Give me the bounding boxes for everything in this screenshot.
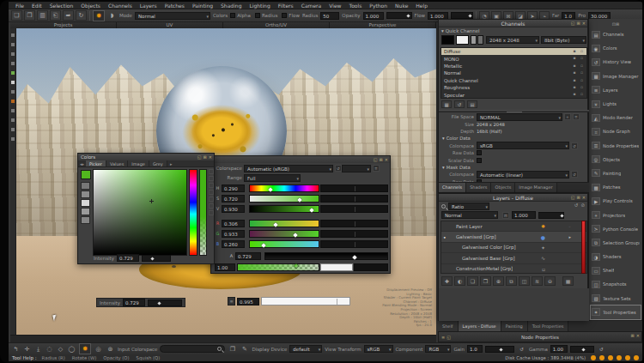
h-slider[interactable] (249, 185, 319, 192)
secondary-color-swatch[interactable] (456, 35, 469, 45)
mask-colorspace-dropdown[interactable]: Automatic (linear) (477, 171, 569, 178)
node-properties-bar[interactable]: ≡◱ Node Properties ⊞✕ (438, 331, 642, 342)
file-tool-icon[interactable]: ⎗ (50, 10, 61, 21)
menu-item[interactable]: Edit (28, 2, 46, 9)
layer-row[interactable]: Galvanised Color [Grp] ✦ (441, 243, 586, 253)
r-slider[interactable] (249, 220, 319, 227)
sync-channel-button[interactable]: ↺ (454, 100, 465, 108)
mask-layer-icon[interactable]: ◫ (519, 276, 530, 286)
blend-mode-dropdown[interactable]: Normal (441, 211, 498, 219)
panel-detach-icon[interactable]: ◱ (374, 157, 378, 162)
gamma-slider[interactable] (570, 346, 594, 353)
palette-sidebar-item[interactable]: ⌖ Projectors (591, 208, 641, 221)
palette-sidebar-item[interactable]: ≡ Layers (591, 83, 641, 97)
blend-amount-field[interactable]: 1.000 (512, 211, 536, 219)
channel-row[interactable]: Diffuse (441, 48, 586, 55)
channel-row[interactable]: Specular (441, 91, 586, 98)
paint-brush-button[interactable]: ✹ (93, 10, 105, 21)
towel-tool-icon[interactable]: ⊛ (106, 344, 115, 354)
viewport-tab[interactable]: Projects (10, 22, 117, 28)
tool-icon[interactable]: ↰ (11, 344, 21, 354)
palette-sidebar-item[interactable]: ☰ Node Properties (591, 139, 641, 153)
hue-strip[interactable] (189, 169, 197, 256)
ramp-white-segment[interactable] (320, 263, 353, 271)
viewport-tab[interactable]: UV (117, 22, 223, 28)
gamma-field[interactable]: 1.00 (550, 345, 568, 353)
colorspace-reset-icon[interactable]: ↺ (571, 142, 578, 149)
menu-item[interactable]: File (12, 2, 27, 9)
file-tool-icon[interactable]: ▥ (37, 10, 48, 21)
file-space-menu-icon[interactable]: ≡ (573, 113, 580, 120)
palette-sidebar-item[interactable]: ▶ Play Controls (591, 194, 641, 208)
channel-row[interactable]: MONO (441, 55, 586, 62)
mini-swatch[interactable] (471, 35, 477, 45)
menu-item[interactable]: View (325, 2, 344, 9)
file-tool-icon[interactable]: ↻ (76, 10, 87, 21)
paint-checkbox[interactable] (282, 13, 287, 18)
palette-sidebar-item[interactable]: ⌗ Node Graph (591, 124, 641, 138)
paint-checkbox[interactable] (255, 13, 260, 18)
layer-filter-dropdown[interactable]: Ratio (448, 203, 489, 210)
blend-amount-slider[interactable] (538, 212, 564, 219)
panel-close-icon[interactable]: ✕ (209, 154, 212, 160)
panel-detach-icon[interactable]: ◱ (571, 21, 575, 26)
lock-icon[interactable]: ⊡ (502, 212, 509, 219)
collapse-triangle-icon[interactable]: ▾ (441, 28, 444, 33)
annotate-icon[interactable]: ✎ (240, 344, 249, 354)
palette-sidebar-item[interactable]: ◎ Objects (591, 153, 641, 166)
a-value[interactable]: 0.729 (235, 252, 261, 260)
colorspace-option-icon[interactable]: ≡ (373, 165, 380, 172)
colors-tab[interactable]: Grey (149, 160, 167, 166)
palette-sidebar-item[interactable]: ▦ Image Manager (591, 70, 641, 83)
palette-sidebar-item[interactable]: ▤ Channels (591, 27, 641, 41)
s-slider-extension[interactable] (320, 195, 388, 203)
channel-row[interactable]: Quick Channel (441, 77, 586, 84)
intensity-value[interactable]: 0.729 (123, 299, 145, 306)
ramp-value[interactable]: 1.00 (215, 263, 235, 271)
panel-menu-icon[interactable]: ≡ (441, 335, 445, 340)
palette-sidebar-item[interactable]: ▭ Shelf (591, 263, 641, 277)
active-paint-tool-button[interactable]: ✹ (79, 343, 91, 354)
menu-item[interactable]: Nuke (392, 2, 411, 9)
channel-row[interactable]: Roughness (441, 84, 586, 91)
white-slider-bar[interactable] (261, 297, 350, 306)
add-group-icon[interactable]: ❐ (480, 276, 491, 286)
palette-sidebar-item[interactable]: ◉ Colors (591, 41, 641, 55)
layer-grid-icon[interactable]: ▦ (562, 276, 574, 286)
v-slider-extension[interactable] (320, 205, 388, 213)
mini-swatch[interactable] (477, 35, 483, 45)
panel-detach-icon[interactable]: ◱ (571, 195, 575, 200)
channel-row-icons[interactable] (573, 92, 585, 96)
tool-icon[interactable]: ✛ (22, 344, 32, 354)
v-slider[interactable] (249, 205, 319, 213)
menu-item[interactable]: Objects (77, 2, 104, 9)
panel-expand-icon[interactable]: ⊞ (204, 154, 207, 160)
dock-tab[interactable]: Painting (501, 321, 528, 331)
file-tool-icon[interactable]: ➦ (63, 10, 74, 21)
dock-tab[interactable]: Layers - Diffuse (459, 321, 501, 331)
dock-tab[interactable]: Channels (439, 183, 466, 192)
tabs-overflow-icon[interactable]: ▸ (167, 160, 175, 166)
palette-sidebar-item[interactable]: ↺ History View (591, 55, 641, 69)
display-device-dropdown[interactable]: default (289, 345, 322, 353)
alpha-ramp-slider[interactable] (237, 263, 319, 271)
section-triangle-icon[interactable]: ▾ (442, 136, 445, 141)
mask-colorspace-reset-icon[interactable]: ↺ (571, 171, 578, 178)
panel-close-icon[interactable]: ✕ (582, 21, 586, 26)
opacity-field[interactable]: 1.000 (363, 12, 384, 20)
v-value[interactable]: 0.930 (222, 205, 245, 213)
s-value[interactable]: 0.720 (222, 195, 245, 203)
menu-item[interactable]: Filters (275, 2, 297, 9)
dock-tab[interactable]: Tool Properties (528, 321, 569, 331)
gain-reset-icon[interactable]: ↺ (517, 344, 526, 354)
add-procedural-icon[interactable]: ❏ (467, 276, 478, 286)
slider-menu-icon[interactable]: ≡ (228, 297, 235, 306)
panel-detach-icon[interactable]: ◱ (447, 335, 451, 340)
panel-close-icon[interactable]: ✕ (385, 157, 388, 162)
tool-icon[interactable]: ◌ (45, 344, 54, 354)
remove-layer-icon[interactable]: ⊖ (544, 276, 556, 286)
panel-detach-icon[interactable]: ◱ (197, 154, 202, 160)
menu-item[interactable]: Patches (161, 2, 188, 9)
a-slider[interactable] (264, 252, 388, 260)
dock-tab[interactable]: Objects (491, 183, 515, 192)
